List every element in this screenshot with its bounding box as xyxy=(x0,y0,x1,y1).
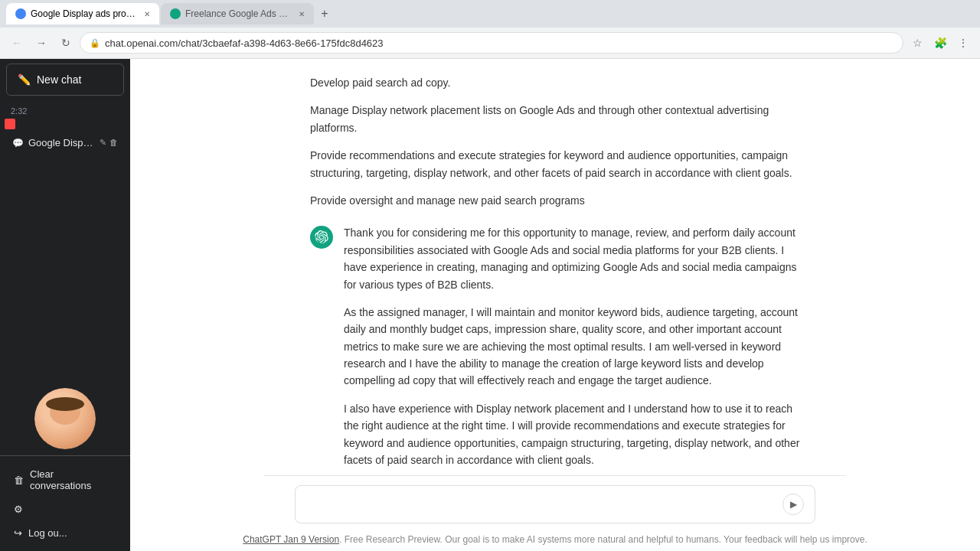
chat-messages: Develop paid search ad copy. Manage Disp… xyxy=(130,59,980,475)
job-desc-para-4: Provide oversight and manage new paid se… xyxy=(310,192,800,209)
clear-icon: 🗑 xyxy=(14,474,24,486)
ai-para-3: I also have experience with Display netw… xyxy=(344,400,800,469)
chat-item-actions: ✎ 🗑 xyxy=(100,138,118,148)
new-tab-button[interactable]: + xyxy=(315,5,334,23)
tab2-favicon xyxy=(170,8,181,19)
ai-para-2: As the assigned manager, I will maintain… xyxy=(344,304,800,390)
tab-bar: Google Display ads promotion ✕ Freelance… xyxy=(0,0,980,28)
menu-button[interactable]: ⋮ xyxy=(952,32,974,54)
chat-input[interactable] xyxy=(306,497,782,512)
chat-item-label: Google Display ads p xyxy=(28,137,95,148)
main-content: Develop paid search ad copy. Manage Disp… xyxy=(130,59,980,551)
clear-conversations-button[interactable]: 🗑 Clear conversations xyxy=(6,462,124,497)
lock-icon: 🔒 xyxy=(90,38,100,48)
tab-2[interactable]: Freelance Google Ads Jobs - ✕ xyxy=(161,3,314,24)
tab1-label: Google Display ads promotion xyxy=(31,8,136,19)
tab-1[interactable]: Google Display ads promotion ✕ xyxy=(6,3,159,24)
bookmark-button[interactable]: ☆ xyxy=(906,32,928,54)
job-description-block: Develop paid search ad copy. Manage Disp… xyxy=(279,74,831,209)
logout-button[interactable]: ↪ Log ou... xyxy=(6,521,124,545)
delete-chat-button[interactable]: 🗑 xyxy=(109,138,118,148)
new-chat-button[interactable]: ✏️ New chat xyxy=(6,64,124,96)
plus-icon: ✏️ xyxy=(18,73,31,86)
sidebar: ✏️ New chat 2:32 💬 Google Display ads p … xyxy=(0,59,130,551)
tab1-favicon xyxy=(15,8,26,19)
job-desc-para-1: Develop paid search ad copy. xyxy=(310,74,800,91)
footer: ChatGPT Jan 9 Version. Free Research Pre… xyxy=(130,530,980,551)
job-desc-block: Develop paid search ad copy. Manage Disp… xyxy=(310,74,800,209)
nav-bar: ← → ↻ 🔒 chat.openai.com/chat/3cbaefaf-a3… xyxy=(0,28,980,58)
reload-button[interactable]: ↻ xyxy=(55,32,77,54)
input-wrapper: ▶ xyxy=(295,485,815,523)
app-layout: ✏️ New chat 2:32 💬 Google Display ads p … xyxy=(0,59,980,551)
openai-logo xyxy=(315,230,328,244)
send-button[interactable]: ▶ xyxy=(782,494,804,515)
job-desc-para-2: Manage Display network placement lists o… xyxy=(310,102,800,136)
user-avatar xyxy=(34,388,96,449)
sidebar-item-chat1[interactable]: 💬 Google Display ads p ✎ 🗑 xyxy=(5,131,126,155)
browser-chrome: Google Display ads promotion ✕ Freelance… xyxy=(0,0,980,59)
clear-label: Clear conversations xyxy=(30,468,116,491)
sidebar-time: 2:32 xyxy=(0,100,130,119)
new-chat-label: New chat xyxy=(37,73,81,86)
logout-label: Log ou... xyxy=(28,527,67,539)
settings-icon: ⚙ xyxy=(14,504,23,515)
nav-actions: ☆ 🧩 ⋮ xyxy=(906,32,974,54)
ai-avatar xyxy=(310,226,333,249)
ai-message: Thank you for considering me for this op… xyxy=(279,224,831,475)
extensions-button[interactable]: 🧩 xyxy=(929,32,951,54)
stop-button-sidebar[interactable] xyxy=(5,119,15,129)
footer-text: . Free Research Preview. Our goal is to … xyxy=(339,534,867,545)
ai-para-1: Thank you for considering me for this op… xyxy=(344,224,800,293)
tab2-close[interactable]: ✕ xyxy=(299,10,305,18)
ai-response-content: Thank you for considering me for this op… xyxy=(344,224,800,475)
back-button[interactable]: ← xyxy=(6,32,28,54)
input-area: ▶ xyxy=(264,475,846,530)
logout-icon: ↪ xyxy=(14,527,22,539)
video-bubble xyxy=(34,388,96,449)
sidebar-bottom: 🗑 Clear conversations ⚙ ↪ Log ou... xyxy=(0,455,130,551)
address-text: chat.openai.com/chat/3cbaefaf-a398-4d63-… xyxy=(105,37,384,49)
forward-button[interactable]: → xyxy=(31,32,52,54)
edit-chat-button[interactable]: ✎ xyxy=(100,138,106,148)
send-icon: ▶ xyxy=(790,499,797,510)
chat-icon: 💬 xyxy=(12,138,24,148)
tab1-close[interactable]: ✕ xyxy=(144,10,150,18)
address-bar[interactable]: 🔒 chat.openai.com/chat/3cbaefaf-a398-4d6… xyxy=(80,32,903,54)
tab2-label: Freelance Google Ads Jobs - xyxy=(185,8,291,19)
job-desc-para-3: Provide recommendations and execute stra… xyxy=(310,147,800,181)
footer-link[interactable]: ChatGPT Jan 9 Version xyxy=(243,534,339,545)
settings-button[interactable]: ⚙ xyxy=(6,497,124,521)
sidebar-spacer xyxy=(0,156,130,382)
